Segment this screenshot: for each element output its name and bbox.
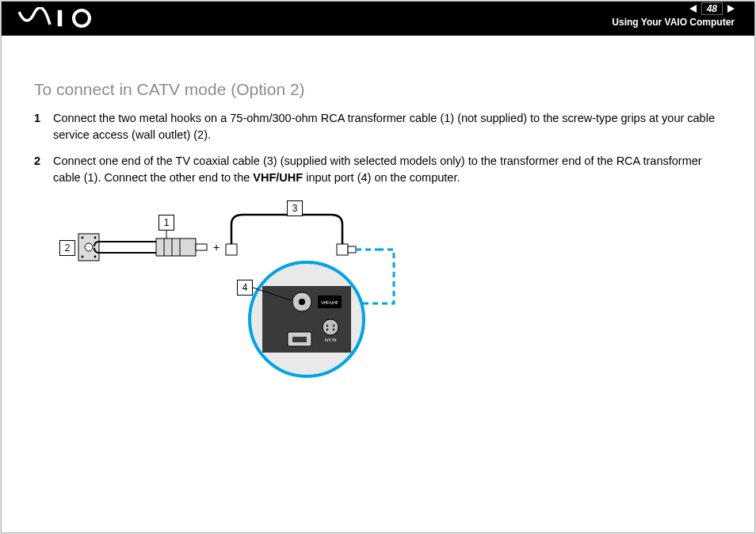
svg-rect-34: [292, 337, 307, 342]
page-nav: 48: [612, 2, 735, 15]
svg-rect-0: [58, 10, 62, 26]
step-bold: VHF/UHF: [253, 171, 303, 184]
svg-rect-18: [348, 246, 356, 253]
connection-diagram: 1 2 3 4: [53, 200, 426, 383]
page-number: 48: [701, 2, 723, 15]
svg-point-28: [323, 319, 338, 335]
svg-point-5: [82, 256, 84, 258]
step-list: Connect the two metal hooks on a 75-ohm/…: [34, 110, 722, 186]
callout-3: 3: [287, 200, 303, 216]
transformer-cable-icon: +: [94, 238, 220, 256]
svg-point-4: [94, 237, 97, 239]
vaio-logo: [18, 7, 113, 29]
callout-2: 2: [59, 240, 75, 256]
svg-point-31: [326, 329, 328, 330]
svg-point-3: [82, 237, 84, 239]
next-page-icon[interactable]: [727, 5, 735, 13]
callout-4: 4: [237, 280, 253, 296]
svg-rect-17: [337, 244, 348, 255]
svg-point-26: [299, 299, 305, 305]
step-text: Connect the two metal hooks on a 75-ohm/…: [53, 112, 715, 141]
svg-rect-9: [156, 238, 196, 256]
step-text-tail: input port (4) on the computer.: [303, 171, 460, 184]
svg-point-6: [94, 256, 97, 258]
svg-point-29: [326, 325, 328, 326]
section-title: Using Your VAIO Computer: [612, 17, 735, 28]
wall-outlet-icon: [78, 234, 99, 261]
vhf-label: VHF/UHF: [321, 300, 338, 305]
coax-cable-icon: [226, 215, 356, 255]
callout-1: 1: [158, 215, 174, 231]
content-area: To connect in CATV mode (Option 2) Conne…: [1, 36, 755, 383]
header-right: 48 Using Your VAIO Computer: [612, 2, 735, 28]
step-item: Connect one end of the TV coaxial cable …: [34, 153, 722, 186]
page: 48 Using Your VAIO Computer To connect i…: [0, 0, 756, 534]
svg-point-30: [333, 325, 334, 326]
header-bar: 48 Using Your VAIO Computer: [1, 1, 755, 36]
page-heading: To connect in CATV mode (Option 2): [34, 80, 722, 99]
svg-point-2: [85, 243, 93, 251]
prev-page-icon[interactable]: [689, 5, 697, 13]
port-magnifier-icon: VHF/UHF A/V IN: [250, 262, 364, 376]
svg-rect-13: [196, 244, 207, 250]
avin-label: A/V IN: [325, 338, 337, 342]
step-item: Connect the two metal hooks on a 75-ohm/…: [34, 110, 722, 143]
svg-rect-16: [226, 244, 237, 255]
svg-point-32: [333, 329, 334, 330]
svg-text:+: +: [213, 241, 220, 254]
